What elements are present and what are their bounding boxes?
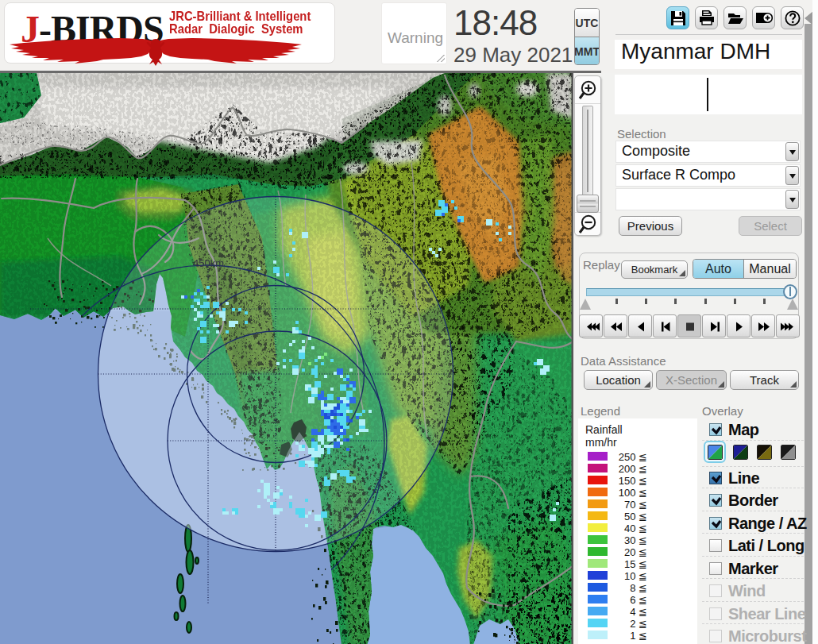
svg-text:450km: 450km [193, 257, 224, 269]
